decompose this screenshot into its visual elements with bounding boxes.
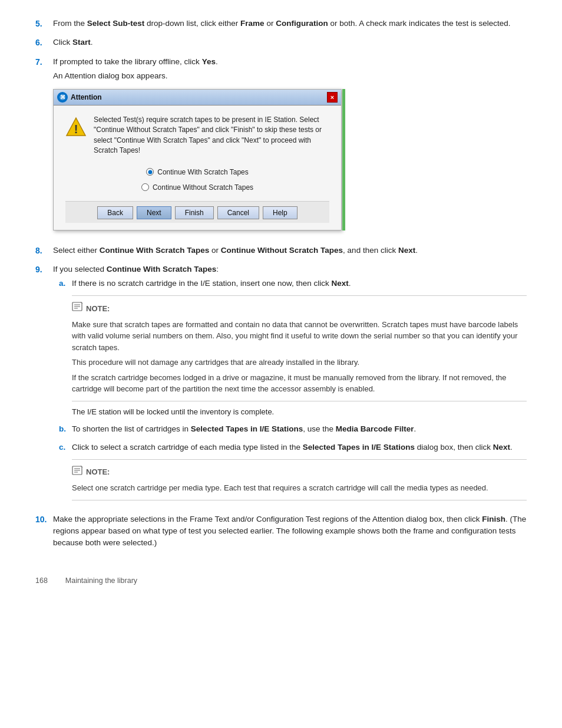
sub-step-b-content: To shorten the list of cartridges in Sel… — [72, 423, 527, 437]
note-2-content: Select one scratch cartridge per media t… — [72, 482, 527, 494]
step-7-sub: An Attention dialog box appears. — [53, 70, 527, 82]
sub-step-a-text: If there is no scratch cartridge in the … — [72, 278, 527, 289]
sub-step-b-text: To shorten the list of cartridges in Sel… — [72, 423, 527, 435]
radio-without-scratch[interactable]: Continue Without Scratch Tapes — [141, 182, 253, 193]
note-2-header: NOTE: — [72, 466, 527, 479]
step-7-text: If prompted to take the library offline,… — [53, 56, 527, 68]
step-10-text: Make the appropriate selections in the F… — [53, 513, 527, 549]
radio-without-scratch-label: Continue Without Scratch Tapes — [153, 182, 253, 193]
dialog-cancel-button[interactable]: Cancel — [217, 206, 259, 219]
attention-dialog: ⌘ Attention × ! — [53, 89, 342, 230]
step-6: 6. Click Start. — [35, 37, 527, 51]
radio-with-scratch-indicator — [146, 168, 154, 176]
step-5-num: 5. — [35, 18, 53, 30]
warning-icon: ! — [65, 116, 87, 159]
step-6-content: Click Start. — [53, 37, 527, 51]
step-9: 9. If you selected Continue With Scratch… — [35, 263, 527, 509]
step-8-text: Select either Continue With Scratch Tape… — [53, 245, 527, 256]
step-6-text: Click Start. — [53, 37, 527, 48]
note-icon-2 — [72, 466, 82, 479]
step-9-content: If you selected Continue With Scratch Ta… — [53, 263, 527, 509]
dialog-next-button[interactable]: Next — [137, 206, 171, 219]
note-icon-1 — [72, 302, 82, 315]
dialog-green-bar — [342, 89, 345, 230]
note-1-para-3: If the scratch cartridge becomes lodged … — [72, 372, 527, 395]
sub-step-c-content: Click to select a scratch cartridge of e… — [72, 442, 527, 505]
step-10-num: 10. — [35, 513, 53, 526]
svg-text:⌘: ⌘ — [60, 94, 65, 100]
note-2-para-1: Select one scratch cartridge per media t… — [72, 482, 527, 494]
dialog-titlebar: ⌘ Attention × — [54, 90, 341, 106]
step-9-text: If you selected Continue With Scratch Ta… — [53, 263, 527, 275]
note-box-1: NOTE: Make sure that scratch tapes are f… — [72, 295, 527, 401]
sub-step-c: c. Click to select a scratch cartridge o… — [59, 442, 527, 505]
step-7-content: If prompted to take the library offline,… — [53, 56, 527, 240]
dialog-footer: Back Next Finish Cancel Help — [65, 201, 329, 223]
note-1-header: NOTE: — [72, 302, 527, 315]
step-list: 5. From the Select Sub-test drop-down li… — [35, 18, 527, 552]
step-9-num: 9. — [35, 263, 53, 276]
step-10: 10. Make the appropriate selections in t… — [35, 513, 527, 552]
dialog-close-button[interactable]: × — [327, 92, 338, 103]
step-5-content: From the Select Sub-test drop-down list,… — [53, 18, 527, 32]
sub-step-b-label: b. — [59, 423, 72, 435]
note-1-content: Make sure that scratch tapes are formatt… — [72, 319, 527, 395]
step-5: 5. From the Select Sub-test drop-down li… — [35, 18, 527, 32]
note-1-para-2: This procedure will not damage any cartr… — [72, 357, 527, 368]
page-number: 168 — [35, 575, 48, 587]
radio-with-scratch-label: Continue With Scratch Tapes — [157, 167, 249, 177]
radio-without-scratch-indicator — [141, 183, 149, 191]
note-1-para-1: Make sure that scratch tapes are formatt… — [72, 319, 527, 354]
footer-section: Maintaining the library — [65, 575, 137, 587]
dialog-radio-group: Continue With Scratch Tapes Continue Wit… — [65, 167, 329, 193]
note-box-2: NOTE: Select one scratch cartridge per m… — [72, 459, 527, 500]
dialog-title-text: Attention — [71, 92, 102, 103]
sub-step-a-label: a. — [59, 278, 72, 289]
dialog-finish-button[interactable]: Finish — [175, 206, 214, 219]
dialog-help-button[interactable]: Help — [263, 206, 297, 219]
dialog-back-button[interactable]: Back — [97, 206, 133, 219]
sub-step-a-content: If there is no scratch cartridge in the … — [72, 278, 527, 420]
dialog-outer: ⌘ Attention × ! — [53, 89, 342, 230]
page-footer: 168 Maintaining the library — [35, 575, 527, 587]
footer-separator — [52, 575, 61, 587]
step-7: 7. If prompted to take the library offli… — [35, 56, 527, 240]
note-1-title: NOTE: — [86, 303, 110, 315]
dialog-message-text: Selected Test(s) require scratch tapes t… — [94, 115, 329, 156]
dialog-message-area: ! Selected Test(s) require scratch tapes… — [65, 115, 329, 159]
step-8: 8. Select either Continue With Scratch T… — [35, 245, 527, 259]
sub-step-b: b. To shorten the list of cartridges in … — [59, 423, 527, 437]
step-8-content: Select either Continue With Scratch Tape… — [53, 245, 527, 259]
hp-logo-icon: ⌘ — [57, 92, 68, 103]
radio-with-scratch[interactable]: Continue With Scratch Tapes — [146, 167, 249, 177]
dialog-body: ! Selected Test(s) require scratch tapes… — [54, 106, 341, 230]
note-2-title: NOTE: — [86, 466, 110, 478]
step-8-num: 8. — [35, 245, 53, 257]
step-10-content: Make the appropriate selections in the F… — [53, 513, 527, 552]
svg-text:!: ! — [74, 123, 78, 136]
sub-step-c-label: c. — [59, 442, 72, 453]
sub-step-a: a. If there is no scratch cartridge in t… — [59, 278, 527, 420]
sub-step-c-text: Click to select a scratch cartridge of e… — [72, 442, 527, 453]
step-6-num: 6. — [35, 37, 53, 49]
step-7-num: 7. — [35, 56, 53, 68]
ie-station-note: The I/E station will be locked until the… — [72, 406, 527, 418]
dialog-title-left: ⌘ Attention — [57, 92, 102, 103]
step-5-text: From the Select Sub-test drop-down list,… — [53, 18, 527, 29]
sub-list-a: a. If there is no scratch cartridge in t… — [53, 278, 527, 505]
dialog-wrapper: ⌘ Attention × ! — [53, 89, 527, 230]
